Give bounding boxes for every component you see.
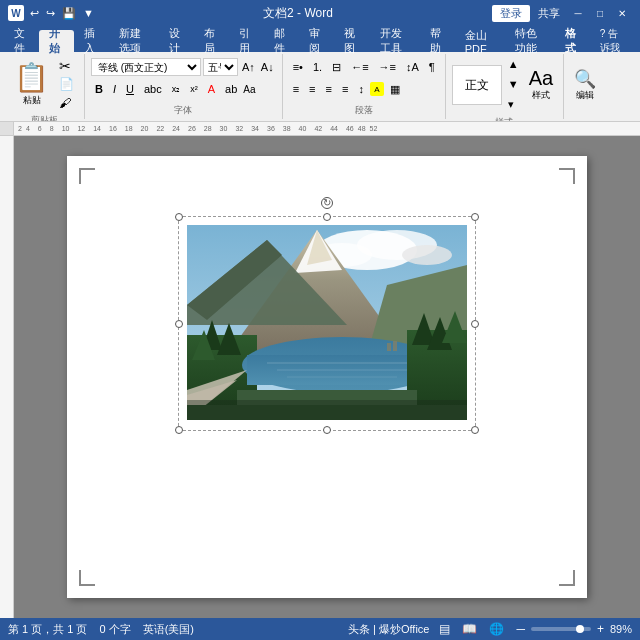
styles-more-button[interactable]: ▾ [504, 96, 523, 114]
increase-font-button[interactable]: A↑ [240, 61, 257, 73]
line-spacing-button[interactable]: ↕ [354, 80, 368, 98]
tell-me-field[interactable]: ? 告诉我 [590, 30, 636, 52]
styles-panel-btn: Aa 样式 [525, 66, 557, 104]
vertical-ruler [0, 136, 14, 618]
source-brand: 头条 | 爆炒Office [348, 622, 430, 637]
tab-help[interactable]: 帮助 [420, 30, 455, 52]
tab-insert[interactable]: 插入 [74, 30, 109, 52]
handle-bl[interactable] [175, 426, 183, 434]
tab-layout[interactable]: 布局 [194, 30, 229, 52]
styles-up-button[interactable]: ▲ [504, 56, 523, 74]
styles-button[interactable]: Aa 样式 [525, 66, 557, 104]
save-button[interactable]: 💾 [60, 7, 78, 20]
numbering-button[interactable]: 1. [309, 58, 326, 76]
quick-access-toolbar: ↩ ↪ 💾 ▼ [28, 7, 96, 20]
tab-new-options[interactable]: 新建选项 [109, 30, 159, 52]
bullets-button[interactable]: ≡• [289, 58, 307, 76]
tab-review[interactable]: 审阅 [299, 30, 334, 52]
document-area[interactable] [14, 136, 640, 618]
italic-button[interactable]: I [109, 80, 120, 98]
format-painter-button[interactable]: 🖌 [55, 94, 78, 112]
image-frame[interactable] [178, 216, 476, 431]
corner-br [559, 570, 575, 586]
bold-button[interactable]: B [91, 80, 107, 98]
strikethrough-button[interactable]: abc [140, 80, 166, 98]
underline-button[interactable]: U [122, 80, 138, 98]
font-color-button[interactable]: A [204, 80, 219, 98]
show-marks-button[interactable]: ¶ [425, 58, 439, 76]
copy-button[interactable]: 📄 [55, 75, 78, 93]
handle-bc[interactable] [323, 426, 331, 434]
tab-format[interactable]: 格式 [555, 30, 590, 52]
tab-design[interactable]: 设计 [159, 30, 194, 52]
handle-tl[interactable] [175, 213, 183, 221]
corner-tr [559, 168, 575, 184]
word-app-icon: W [8, 5, 24, 21]
shading-button[interactable]: A [370, 82, 384, 96]
align-left-button[interactable]: ≡ [289, 80, 303, 98]
tab-mailings[interactable]: 邮件 [264, 30, 299, 52]
svg-rect-25 [393, 341, 397, 351]
view-web-button[interactable]: 🌐 [487, 622, 506, 636]
tab-view[interactable]: 视图 [334, 30, 369, 52]
tab-file[interactable]: 文件 [4, 30, 39, 52]
ribbon-toolbar: 📋 粘贴 ✂ 📄 🖌 剪贴板 等线 (西文正文) 五号 A↑ A↓ [0, 52, 640, 122]
zoom-out-button[interactable]: ─ [514, 622, 527, 636]
minimize-button[interactable]: ─ [568, 5, 588, 21]
superscript-button[interactable]: x² [186, 80, 202, 98]
view-read-button[interactable]: 📖 [460, 622, 479, 636]
zoom-slider[interactable] [531, 627, 591, 631]
ruler-marks-container: 2 4 6 8 10 12 14 16 18 20 22 24 26 28 30… [14, 122, 640, 135]
tab-home[interactable]: 开始 [39, 30, 74, 52]
decrease-indent-button[interactable]: ←≡ [347, 58, 372, 76]
editing-button[interactable]: 🔍 编辑 [570, 68, 600, 104]
view-normal-button[interactable]: ▤ [437, 622, 452, 636]
login-button[interactable]: 登录 [492, 5, 530, 22]
align-center-button[interactable]: ≡ [305, 80, 319, 98]
font-name-select[interactable]: 等线 (西文正文) [91, 58, 201, 76]
decrease-font-button[interactable]: A↓ [259, 61, 276, 73]
tab-references[interactable]: 引用 [229, 30, 264, 52]
handle-mr[interactable] [471, 320, 479, 328]
paragraph-group: ≡• 1. ⊟ ←≡ →≡ ↕A ¶ ≡ ≡ ≡ ≡ ↕ A ▦ 段落 [283, 54, 446, 119]
editing-group: 🔍 编辑 [564, 54, 606, 119]
handle-tc[interactable] [323, 213, 331, 221]
clear-format-button[interactable]: Aa [243, 84, 255, 95]
title-right: 登录 共享 ─ □ ✕ [492, 5, 632, 22]
share-button[interactable]: 共享 [538, 6, 560, 21]
ribbon-tabs: 文件 开始 插入 新建选项 设计 布局 引用 邮件 审阅 视图 开发工具 帮助 … [0, 26, 640, 52]
qa-more-icon[interactable]: ▼ [81, 7, 96, 19]
maximize-button[interactable]: □ [590, 5, 610, 21]
zoom-in-button[interactable]: + [595, 622, 606, 636]
close-button[interactable]: ✕ [612, 5, 632, 21]
tab-special[interactable]: 特色功能 [505, 30, 555, 52]
align-right-button[interactable]: ≡ [322, 80, 336, 98]
tab-developer[interactable]: 开发工具 [370, 30, 420, 52]
font-name-row: 等线 (西文正文) 五号 A↑ A↓ [91, 58, 276, 76]
language: 英语(美国) [143, 622, 194, 637]
highlight-button[interactable]: ab [221, 80, 241, 98]
font-size-select[interactable]: 五号 [203, 58, 238, 76]
handle-ml[interactable] [175, 320, 183, 328]
svg-rect-30 [187, 400, 467, 420]
sort-button[interactable]: ↕A [402, 58, 423, 76]
tab-jinshan-pdf[interactable]: 金山PDF [455, 30, 505, 52]
rotate-handle[interactable] [321, 197, 333, 209]
paste-button[interactable]: 📋 粘贴 [10, 59, 53, 109]
handle-tr[interactable] [471, 213, 479, 221]
increase-indent-button[interactable]: →≡ [375, 58, 400, 76]
styles-down-button[interactable]: ▼ [504, 76, 523, 94]
undo-button[interactable]: ↩ [28, 7, 41, 20]
ruler-corner[interactable] [0, 122, 14, 136]
zoom-control: ─ + 89% [514, 622, 632, 636]
border-button[interactable]: ▦ [386, 80, 404, 98]
style-normal[interactable]: 正文 [452, 65, 502, 105]
redo-button[interactable]: ↪ [44, 7, 57, 20]
handle-br[interactable] [471, 426, 479, 434]
cut-button[interactable]: ✂ [55, 56, 78, 74]
subscript-button[interactable]: x₂ [168, 80, 185, 98]
clipboard-label: 剪贴板 [31, 114, 58, 122]
font-style-row: B I U abc x₂ x² A ab Aa [91, 80, 276, 98]
multilevel-button[interactable]: ⊟ [328, 58, 345, 76]
justify-button[interactable]: ≡ [338, 80, 352, 98]
